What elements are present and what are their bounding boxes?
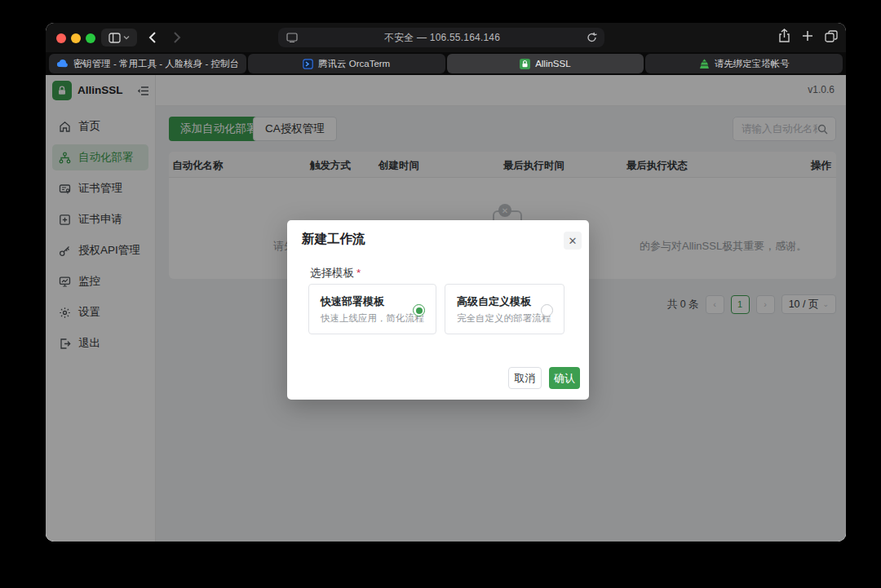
browser-sidebar-toggle[interactable]	[101, 29, 137, 46]
tab-label: AllinSSL	[535, 59, 570, 69]
chevron-right-icon	[173, 31, 181, 44]
new-tab-icon[interactable]	[802, 30, 813, 42]
chevron-down-icon	[123, 35, 130, 40]
modal-title: 新建工作流	[302, 231, 365, 248]
option-desc: 快速上线应用，简化流程	[321, 312, 424, 325]
required-mark: *	[356, 267, 361, 279]
option-title: 快速部署模板	[321, 294, 384, 309]
tab-baota[interactable]: 请先绑定宝塔帐号	[645, 54, 843, 73]
option-desc: 完全自定义的部署流程	[457, 312, 551, 325]
orcaterm-icon	[303, 59, 313, 69]
radio-selected-icon[interactable]	[413, 304, 425, 316]
field-label-text: 选择模板	[310, 267, 354, 279]
allinssl-lock-icon	[520, 59, 530, 69]
minimize-window-button[interactable]	[71, 33, 81, 43]
forward-button[interactable]	[168, 29, 186, 46]
screen: 不安全 — 106.55.164.146 密钥管理 - 常用工具 - 人脸核身 …	[0, 0, 881, 588]
tab-label: 腾讯云 OrcaTerm	[318, 58, 390, 70]
back-button[interactable]	[144, 29, 162, 46]
template-option-advanced[interactable]: 高级自定义模板 完全自定义的部署流程	[445, 284, 564, 334]
app-viewport: AllinSSL 首页 自动化部署	[46, 75, 846, 542]
cancel-button[interactable]: 取消	[508, 367, 542, 389]
baota-icon	[699, 59, 710, 69]
tab-tencent-console[interactable]: 密钥管理 - 常用工具 - 人脸核身 - 控制台	[49, 54, 246, 73]
radio-unselected-icon[interactable]	[541, 304, 553, 316]
tab-orcaterm[interactable]: 腾讯云 OrcaTerm	[248, 54, 445, 73]
tab-label: 密钥管理 - 常用工具 - 人脸核身 - 控制台	[73, 58, 239, 70]
tab-label: 请先绑定宝塔帐号	[715, 58, 790, 70]
browser-titlebar: 不安全 — 106.55.164.146	[46, 23, 846, 52]
new-workflow-modal: 新建工作流 ✕ 选择模板* 快速部署模板 快速上线应用，简化流程 高级自定义模板…	[287, 220, 589, 400]
reload-icon[interactable]	[587, 32, 597, 43]
tab-bar: 密钥管理 - 常用工具 - 人脸核身 - 控制台 腾讯云 OrcaTerm Al…	[46, 52, 846, 75]
chevron-left-icon	[148, 31, 157, 44]
share-icon[interactable]	[778, 29, 790, 43]
page-settings-icon[interactable]	[286, 33, 298, 42]
close-window-button[interactable]	[56, 33, 66, 43]
tab-overview-icon[interactable]	[825, 30, 838, 42]
sidebar-panel-icon	[108, 33, 121, 43]
tencent-cloud-icon	[56, 60, 69, 68]
titlebar-right-actions	[778, 29, 838, 43]
browser-window: 不安全 — 106.55.164.146 密钥管理 - 常用工具 - 人脸核身 …	[46, 23, 846, 542]
template-option-quick[interactable]: 快速部署模板 快速上线应用，简化流程	[308, 284, 436, 334]
url-text: 不安全 — 106.55.164.146	[298, 31, 587, 45]
zoom-window-button[interactable]	[86, 33, 95, 43]
close-icon[interactable]: ✕	[564, 232, 582, 250]
address-bar[interactable]: 不安全 — 106.55.164.146	[278, 28, 604, 47]
option-title: 高级自定义模板	[457, 294, 531, 309]
confirm-button[interactable]: 确认	[549, 367, 580, 389]
tab-allinssl[interactable]: AllinSSL	[447, 54, 644, 73]
template-field-label: 选择模板*	[310, 266, 361, 281]
